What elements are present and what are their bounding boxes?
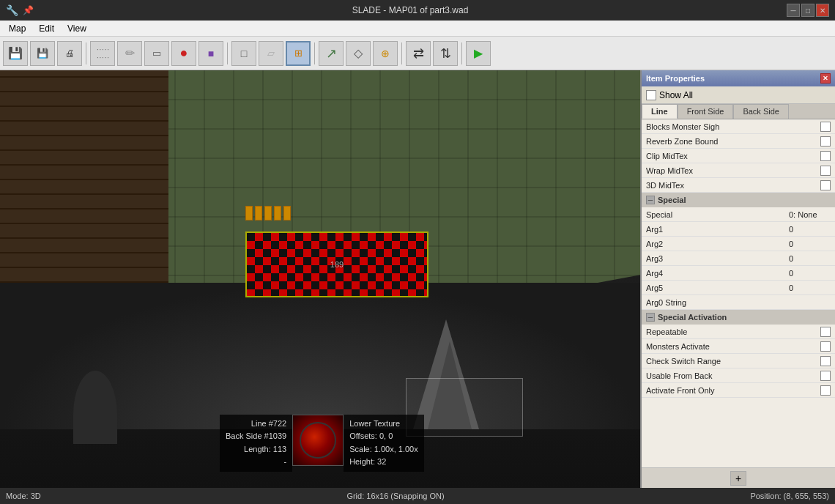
- prop-value-arg5[interactable]: 0: [787, 283, 831, 293]
- main-area: 189 Line #722 Back Side #1039 Length: 11…: [0, 70, 835, 488]
- texture-offsets: Offsets: 0, 0: [349, 430, 418, 443]
- save-button[interactable]: 💾: [3, 41, 28, 66]
- save-as-button[interactable]: 💾: [30, 41, 55, 66]
- backside-number: Back Side #1039: [226, 430, 286, 443]
- show-all-checkbox[interactable]: [646, 90, 656, 100]
- prop-checkbox-3d-midtex[interactable]: [820, 180, 831, 190]
- statusbar: Mode: 3D Grid: 16x16 (Snapping ON) Posit…: [0, 488, 835, 504]
- toolbar: 💾 💾 🖨 · · · · ·· · · · · ✏ ▭ ● ■ □ ▱ ⊞ ↗…: [0, 37, 835, 70]
- prop-value-arg0-string[interactable]: [787, 302, 831, 303]
- section-activation-label: Special Activation: [658, 313, 727, 322]
- target-button[interactable]: ⊕: [373, 41, 398, 66]
- circle-button[interactable]: ●: [171, 41, 196, 66]
- arrow-tool-button[interactable]: ↗: [319, 41, 344, 66]
- title-left: 🔧 📌: [6, 4, 34, 16]
- toolbar-separator-2: [227, 42, 228, 64]
- right-panel: Item Properties ✕ Show All Line Front Si…: [640, 70, 835, 488]
- texture-details: Lower Texture Offsets: 0, 0 Scale: 1.00x…: [344, 415, 424, 472]
- prop-arg0-string: Arg0 String: [642, 295, 835, 310]
- prop-3d-midtex: 3D MidTex: [642, 178, 835, 193]
- item-4: [274, 206, 281, 220]
- flip-v-button[interactable]: ⇅: [433, 41, 458, 66]
- toolbar-separator-4: [401, 42, 402, 64]
- section-special-collapse[interactable]: ─: [646, 196, 655, 204]
- window-controls: ─ □ ✕: [787, 4, 829, 17]
- prop-label-arg2: Arg2: [646, 238, 787, 250]
- prop-value-arg4[interactable]: 0: [787, 268, 831, 278]
- menu-view[interactable]: View: [62, 22, 92, 35]
- texture-name: Lower Texture: [349, 418, 418, 431]
- prop-check-switch-range: Check Switch Range: [642, 354, 835, 368]
- add-property-button[interactable]: +: [730, 471, 746, 486]
- prop-repeatable: Repeatable: [642, 325, 835, 339]
- properties-container[interactable]: Blocks Monster Sigh Reverb Zone Bound Cl…: [642, 119, 835, 467]
- prop-activate-front-only: Activate Front Only: [642, 383, 835, 398]
- tab-front-side[interactable]: Front Side: [678, 104, 734, 119]
- prop-checkbox-reverb-zone[interactable]: [820, 136, 831, 147]
- prop-label-reverb-zone: Reverb Zone Bound: [646, 136, 820, 147]
- prop-checkbox-blocks-monster-sigh[interactable]: [820, 122, 831, 132]
- prop-checkbox-wrap-midtex[interactable]: [820, 166, 831, 176]
- prop-value-special[interactable]: 0: None: [787, 210, 831, 220]
- square-fill-button[interactable]: ■: [198, 41, 223, 66]
- prop-monsters-activate: Monsters Activate: [642, 339, 835, 354]
- prop-blocks-monster-sigh: Blocks Monster Sigh: [642, 119, 835, 134]
- prop-value-arg2[interactable]: 0: [787, 239, 831, 249]
- tab-back-side[interactable]: Back Side: [733, 104, 789, 119]
- restore-button[interactable]: □: [801, 4, 814, 17]
- prop-label-arg1: Arg1: [646, 223, 787, 235]
- tab-line[interactable]: Line: [642, 104, 678, 119]
- toolbar-separator-3: [314, 42, 315, 64]
- prop-label-blocks-monster-sigh: Blocks Monster Sigh: [646, 121, 820, 133]
- show-all-label: Show All: [659, 90, 693, 100]
- play-button[interactable]: ▶: [466, 41, 491, 66]
- item-1: [245, 206, 253, 220]
- prop-label-arg0-string: Arg0 String: [646, 297, 787, 308]
- prop-checkbox-repeatable[interactable]: [820, 327, 831, 337]
- checker-button[interactable]: ⊞: [286, 41, 311, 66]
- prop-value-arg1[interactable]: 0: [787, 224, 831, 234]
- prop-checkbox-check-switch-range[interactable]: [820, 356, 831, 366]
- select-rect-button[interactable]: ▭: [144, 41, 169, 66]
- prop-label-clip-midtex: Clip MidTex: [646, 150, 820, 162]
- diamond-button[interactable]: ◇: [346, 41, 371, 66]
- section-special-label: Special: [658, 196, 686, 204]
- viewport[interactable]: 189 Line #722 Back Side #1039 Length: 11…: [0, 70, 640, 488]
- prop-label-activate-front-only: Activate Front Only: [646, 385, 820, 396]
- prop-checkbox-monsters-activate[interactable]: [820, 341, 831, 352]
- line-details-left: Line #722 Back Side #1039 Length: 113 -: [220, 415, 292, 472]
- outline-button[interactable]: □: [231, 41, 256, 66]
- flip-h-button[interactable]: ⇄: [406, 41, 431, 66]
- minus-spacer: -: [226, 456, 286, 469]
- close-button[interactable]: ✕: [816, 4, 829, 17]
- dots-button[interactable]: · · · · ·· · · · ·: [90, 41, 115, 66]
- prop-label-repeatable: Repeatable: [646, 326, 820, 338]
- fill-button[interactable]: ▱: [259, 41, 283, 66]
- pin-icon: 📌: [23, 5, 34, 15]
- item-3: [264, 206, 272, 220]
- prop-special: Special 0: None: [642, 207, 835, 222]
- item-2: [255, 206, 262, 220]
- prop-value-arg3[interactable]: 0: [787, 253, 831, 264]
- prop-reverb-zone: Reverb Zone Bound: [642, 134, 835, 149]
- prop-label-wrap-midtex: Wrap MidTex: [646, 165, 820, 177]
- minimize-button[interactable]: ─: [787, 4, 800, 17]
- show-all-row: Show All: [642, 86, 835, 104]
- menubar: Map Edit View: [0, 21, 835, 37]
- print-button[interactable]: 🖨: [57, 41, 82, 66]
- section-activation-collapse[interactable]: ─: [646, 313, 655, 322]
- panel-close-button[interactable]: ✕: [820, 73, 831, 84]
- 3d-scene: 189 Line #722 Back Side #1039 Length: 11…: [0, 70, 640, 488]
- position-label: Position: (8, 655, 553): [750, 492, 829, 500]
- menu-map[interactable]: Map: [3, 22, 31, 35]
- prop-checkbox-usable-from-back[interactable]: [820, 371, 831, 381]
- texture-scale: Scale: 1.00x, 1.00x: [349, 443, 418, 456]
- tabs-row: Line Front Side Back Side: [642, 104, 835, 119]
- pencil-button[interactable]: ✏: [117, 41, 142, 66]
- menu-edit[interactable]: Edit: [33, 22, 60, 35]
- texture-height: Height: 32: [349, 456, 418, 469]
- prop-checkbox-clip-midtex[interactable]: [820, 151, 831, 161]
- prop-label-3d-midtex: 3D MidTex: [646, 179, 820, 191]
- item-5: [283, 206, 291, 220]
- prop-checkbox-activate-front-only[interactable]: [820, 385, 831, 396]
